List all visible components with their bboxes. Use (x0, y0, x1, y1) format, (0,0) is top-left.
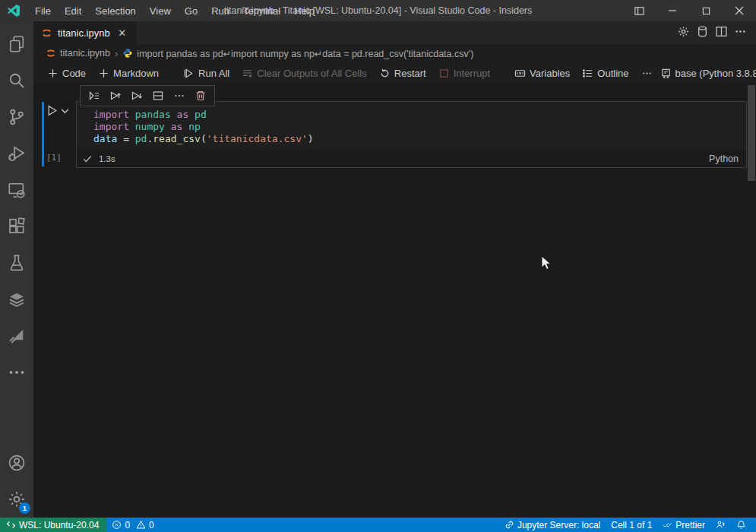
run-all-icon (183, 68, 195, 79)
remote-icon (6, 520, 16, 530)
interrupt-label: Interrupt (454, 68, 490, 79)
variables-button[interactable]: Variables (510, 65, 574, 81)
code-cell[interactable]: import pandas as pdimport numpy as npdat… (76, 101, 747, 168)
menu-run[interactable]: Run (204, 2, 236, 20)
more-views-icon[interactable] (0, 354, 33, 391)
add-code-cell-button[interactable]: Code (43, 65, 90, 81)
explorer-icon[interactable] (0, 26, 33, 62)
maximize-button[interactable] (689, 0, 723, 21)
menu-go[interactable]: Go (178, 2, 204, 20)
restart-kernel-button[interactable]: Restart (375, 65, 431, 81)
cell-focus-indicator[interactable] (42, 102, 44, 166)
cell-position-label: Cell 1 of 1 (611, 520, 652, 530)
menu-selection[interactable]: Selection (88, 2, 142, 20)
menu-view[interactable]: View (143, 2, 178, 20)
run-debug-icon[interactable] (0, 135, 33, 172)
remote-indicator[interactable]: WSL: Ubuntu-20.04 (0, 518, 106, 532)
menu-edit[interactable]: Edit (58, 2, 88, 20)
success-check-icon (82, 154, 93, 164)
cell-language-picker[interactable]: Python (709, 154, 739, 164)
errors-count: 0 (125, 520, 130, 530)
run-options-chevron-icon[interactable] (59, 104, 71, 117)
code-lines[interactable]: import pandas as pdimport numpy as npdat… (77, 102, 746, 150)
clear-outputs-label: Clear Outputs of All Cells (257, 68, 367, 79)
breadcrumb-separator: › (114, 48, 119, 59)
tab-titanic-ipynb[interactable]: titanic.ipynb ✕ (33, 21, 137, 44)
variables-label: Variables (530, 68, 570, 79)
restart-icon (379, 68, 391, 79)
cell-hover-toolbar (80, 85, 215, 106)
rollback-database-icon[interactable] (696, 25, 709, 41)
kernel-label: base (Python 3.8.8) (675, 68, 756, 79)
interrupt-kernel-button[interactable]: Interrupt (434, 65, 495, 81)
code-line[interactable]: import numpy as np (93, 121, 746, 133)
notifications-bell-icon[interactable] (731, 518, 751, 532)
breadcrumb-file[interactable]: titanic.ipynb (60, 48, 110, 59)
interrupt-icon (438, 68, 450, 79)
notebook-editor: [1] import pandas as pdimport numpy as n… (33, 84, 756, 518)
add-markdown-label: Markdown (113, 68, 159, 79)
errors-icon (112, 520, 122, 530)
source-control-icon[interactable] (0, 99, 33, 135)
menu-help[interactable]: Help (287, 2, 321, 20)
code-line[interactable]: import pandas as pd (93, 109, 746, 121)
problems-indicator[interactable]: 0 0 (106, 518, 159, 532)
code-line[interactable]: data = pd.read_csv('titanicdata.csv') (93, 133, 746, 145)
layers-icon[interactable] (0, 281, 33, 318)
run-cell-icon (46, 104, 59, 117)
editor-scrollbar[interactable] (748, 85, 755, 181)
kernel-picker[interactable]: base (Python 3.8.8) (660, 68, 756, 79)
execute-cell-and-below-icon[interactable] (128, 87, 146, 105)
jupyter-icon (46, 48, 56, 59)
restart-label: Restart (394, 68, 426, 79)
formatter-indicator[interactable]: Prettier (657, 518, 710, 532)
cell-more-actions-icon[interactable] (170, 87, 188, 105)
testing-icon[interactable] (0, 245, 33, 281)
toolbar-more-actions-icon[interactable] (637, 65, 657, 81)
cell-position-indicator[interactable]: Cell 1 of 1 (606, 518, 657, 532)
breadcrumb-cell-summary[interactable]: import pandas as pd↵import numpy as np↵d… (137, 48, 473, 59)
tab-close-icon[interactable]: ✕ (115, 26, 129, 40)
close-window-button[interactable] (723, 0, 756, 21)
send-arrow-icon[interactable] (0, 318, 33, 354)
plus-icon (98, 68, 109, 79)
delete-cell-icon[interactable] (191, 87, 210, 105)
customize-layout-icon[interactable] (622, 0, 656, 21)
jupyter-icon (41, 27, 52, 39)
execution-duration: 1.3s (99, 154, 115, 163)
run-cell-button[interactable] (46, 104, 71, 117)
split-cell-icon[interactable] (149, 87, 167, 105)
editor-tab-bar: titanic.ipynb ✕ (33, 21, 756, 44)
split-editor-icon[interactable] (715, 25, 728, 41)
notebook-settings-gear-icon[interactable] (677, 25, 690, 41)
variables-icon (514, 68, 526, 79)
editor-more-actions-icon[interactable] (734, 25, 747, 41)
run-by-line-icon[interactable] (85, 87, 103, 105)
settings-gear-icon[interactable]: 1 (0, 481, 33, 518)
outline-button[interactable]: Outline (577, 65, 633, 81)
search-icon[interactable] (0, 62, 33, 99)
menu-terminal[interactable]: Terminal (236, 2, 287, 20)
outline-icon (582, 68, 593, 79)
warnings-count: 0 (149, 520, 154, 530)
remote-explorer-icon[interactable] (0, 172, 33, 208)
clear-outputs-icon (242, 68, 253, 79)
cell-status-bar: 1.3s Python (77, 150, 746, 167)
jupyter-server-icon (505, 520, 514, 530)
mouse-cursor (541, 255, 555, 272)
clear-outputs-button[interactable]: Clear Outputs of All Cells (237, 65, 372, 81)
jupyter-server-indicator[interactable]: Jupyter Server: local (499, 518, 606, 532)
accounts-icon[interactable] (0, 445, 33, 481)
settings-badge: 1 (19, 502, 30, 514)
extensions-icon[interactable] (0, 208, 33, 245)
kernel-icon (660, 68, 672, 79)
menu-file[interactable]: File (28, 2, 58, 20)
feedback-icon[interactable] (710, 518, 731, 532)
double-check-icon (663, 520, 672, 530)
warnings-icon (136, 520, 146, 530)
run-all-button[interactable]: Run All (179, 65, 234, 81)
add-markdown-cell-button[interactable]: Markdown (93, 65, 163, 81)
execution-count: [1] (46, 153, 62, 163)
execute-above-cells-icon[interactable] (106, 87, 125, 105)
minimize-button[interactable] (656, 0, 689, 21)
